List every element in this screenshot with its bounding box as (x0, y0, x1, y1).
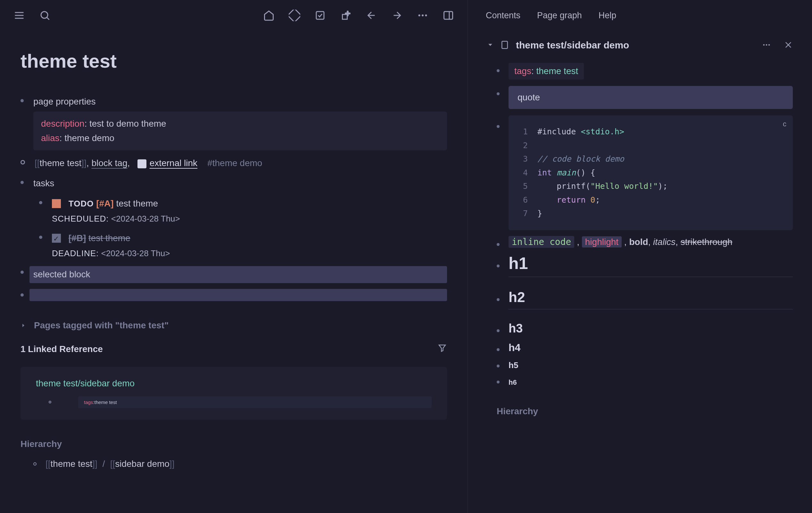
toggle-sidebar-icon[interactable] (442, 9, 455, 22)
bullet-icon[interactable] (39, 236, 42, 239)
quote-content: quote (509, 86, 793, 109)
todo-marker[interactable]: TODO (68, 199, 94, 209)
svg-line-4 (47, 17, 49, 20)
hierarchy-label: Hierarchy (21, 439, 447, 449)
sidebar-tab-pagegraph[interactable]: Page graph (537, 10, 582, 21)
links-block[interactable]: [[theme test]], block tag, external link… (21, 156, 447, 170)
svg-point-13 (763, 44, 765, 46)
h3-block[interactable]: h3 (497, 322, 793, 335)
bullet-icon[interactable] (497, 364, 499, 368)
prop-val-alias: theme demo (64, 133, 114, 143)
svg-point-14 (766, 44, 767, 46)
bullet-icon[interactable] (497, 69, 499, 72)
code-block-outer[interactable]: c 1#include <stdio.h> 2 3// code block d… (497, 115, 793, 230)
h4-block[interactable]: h4 (497, 342, 793, 354)
quote-block[interactable]: quote (497, 86, 793, 109)
tagged-pages-toggle[interactable]: Pages tagged with "theme test" (21, 320, 447, 330)
tasks-block[interactable]: tasks (21, 176, 447, 191)
svg-point-7 (418, 15, 420, 16)
h1-block[interactable]: h1 (497, 253, 793, 283)
bullet-icon[interactable] (497, 243, 499, 246)
hash-tag[interactable]: #theme demo (207, 158, 262, 168)
reference-page-link[interactable]: theme test/sidebar demo (36, 378, 432, 388)
linked-references-header[interactable]: 1 Linked Reference (21, 343, 447, 355)
bullet-icon[interactable] (497, 329, 499, 332)
bullet-icon[interactable] (39, 201, 42, 204)
bullet-open-icon[interactable] (21, 160, 25, 164)
tags-value[interactable]: theme test (536, 66, 578, 76)
properties-box[interactable]: description: test to demo theme alias: t… (33, 112, 447, 151)
highlight-text: highlight (582, 236, 622, 247)
bullet-icon[interactable] (497, 298, 499, 301)
flashcard-icon[interactable] (314, 9, 326, 22)
h2-block[interactable]: h2 (497, 289, 793, 315)
task-todo-block[interactable]: TODO [#A] test theme SCHEDULED: <2024-03… (39, 196, 447, 225)
graph-icon[interactable] (288, 9, 301, 22)
priority-a: [#A] (96, 198, 113, 209)
hier-page-2[interactable]: sidebar demo (115, 459, 170, 469)
selected-text: selected block (33, 269, 90, 279)
hierarchy-item[interactable]: [[theme test]] / [[sidebar demo]] (33, 459, 447, 469)
menu-icon[interactable] (13, 9, 26, 22)
right-sidebar: Contents Page graph Help theme test/side… (468, 0, 812, 513)
priority-b: [#B] (68, 233, 86, 243)
page-title[interactable]: theme test (21, 50, 447, 72)
tags-key: tags (84, 400, 93, 405)
reference-tags[interactable]: tags: theme test (78, 396, 432, 408)
bullet-icon[interactable] (21, 99, 24, 102)
block-tag-link[interactable]: block tag (91, 158, 127, 168)
properties-label: page properties (33, 94, 447, 109)
main-content[interactable]: theme test page properties description: … (0, 31, 467, 513)
filter-icon[interactable] (437, 343, 447, 355)
bullet-icon[interactable] (21, 271, 24, 274)
bullet-icon[interactable] (497, 381, 499, 383)
prop-key-description: description (41, 119, 84, 129)
code-block[interactable]: c 1#include <stdio.h> 2 3// code block d… (509, 115, 793, 230)
scheduled-date[interactable]: <2024-03-28 Thu> (111, 214, 180, 223)
task-done-block[interactable]: [#B] test theme DEADLINE: <2024-03-28 Th… (39, 231, 447, 260)
forward-icon[interactable] (390, 9, 403, 22)
close-icon[interactable] (784, 40, 793, 50)
code-lang-label[interactable]: c (783, 120, 786, 128)
bullet-icon[interactable] (497, 348, 499, 351)
page-properties-block[interactable]: page properties description: test to dem… (21, 94, 447, 151)
checkbox-done-icon[interactable] (52, 234, 61, 243)
more-icon[interactable] (762, 40, 771, 50)
svg-point-8 (422, 15, 424, 16)
deadline-date[interactable]: <2024-03-28 Thu> (101, 248, 170, 258)
heading-2: h2 (509, 289, 525, 305)
inline-code: inline code (509, 236, 574, 248)
tags-block[interactable]: tags: theme test (497, 63, 793, 80)
sidebar-content[interactable]: tags: theme test quote c 1#include <stdi… (468, 60, 812, 513)
bullet-hollow-icon (33, 462, 36, 465)
sidebar-tab-contents[interactable]: Contents (486, 10, 520, 21)
sidebar-tab-help[interactable]: Help (599, 10, 616, 21)
sidebar-page-title[interactable]: theme test/sidebar demo (516, 40, 756, 51)
bullet-icon[interactable] (21, 293, 24, 297)
inline-styles-block[interactable]: inline code , highlight , bold, italics,… (497, 237, 793, 247)
home-icon[interactable] (262, 9, 275, 22)
bullet-icon[interactable] (497, 125, 499, 128)
reference-box[interactable]: theme test/sidebar demo tags: theme test (21, 367, 447, 420)
italic-text: italics (653, 237, 675, 247)
selected-block[interactable]: selected block (21, 266, 447, 283)
caret-down-icon[interactable] (487, 42, 493, 49)
external-link[interactable]: external link (150, 158, 197, 168)
page-ref-link[interactable]: theme test (40, 158, 82, 168)
plugin-icon[interactable] (339, 9, 352, 22)
search-icon[interactable] (38, 9, 51, 22)
tasks-label: tasks (33, 176, 447, 191)
bullet-icon[interactable] (497, 265, 499, 267)
bullet-open-icon[interactable] (49, 401, 51, 403)
back-icon[interactable] (365, 9, 378, 22)
more-icon[interactable] (416, 9, 429, 22)
h5-block[interactable]: h5 (497, 360, 793, 370)
svg-rect-5 (289, 9, 300, 21)
hier-page-1[interactable]: theme test (51, 459, 93, 469)
empty-selected-block[interactable] (21, 289, 447, 301)
checkbox-icon[interactable] (52, 199, 61, 208)
svg-rect-6 (316, 11, 324, 19)
bullet-icon[interactable] (21, 181, 24, 184)
bullet-icon[interactable] (497, 92, 499, 95)
h6-block[interactable]: h6 (497, 377, 793, 387)
